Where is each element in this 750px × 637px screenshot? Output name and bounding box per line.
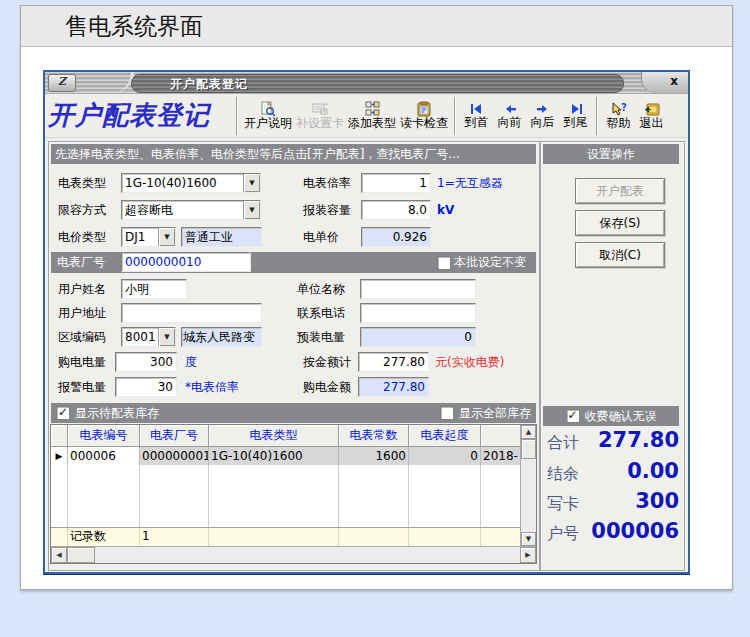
- horizontal-scrollbar[interactable]: ◀ ▶: [51, 546, 536, 563]
- unit-price-field: [361, 227, 431, 247]
- setup-card-icon: * +: [311, 101, 329, 117]
- read-card-icon: [415, 101, 433, 117]
- chevron-down-icon[interactable]: ▼: [243, 174, 260, 192]
- region-desc: [181, 327, 262, 347]
- balance-row: 结余 0.00: [545, 459, 681, 487]
- by-amount-input[interactable]: [358, 352, 429, 372]
- svg-text:*: *: [323, 108, 326, 115]
- help-button[interactable]: ? 帮助: [602, 95, 635, 137]
- hint-bar: 先选择电表类型、电表倍率、电价类型等后点击[开户配表]，查找电表厂号...: [51, 144, 536, 164]
- col-header: 电表起度: [409, 425, 481, 447]
- show-pending-checkbox[interactable]: [56, 406, 70, 420]
- buy-kwh-label: 购电电量: [58, 352, 106, 372]
- go-previous-button[interactable]: 向前: [493, 95, 526, 137]
- show-all-checkbox[interactable]: [440, 406, 454, 420]
- account-help-button[interactable]: 开户说明: [242, 95, 294, 137]
- keep-batch-label: 本批设定不变: [454, 254, 526, 271]
- window-logo-icon: Z: [48, 74, 76, 92]
- toolbar-separator: [596, 97, 598, 135]
- alarm-kwh-note: *电表倍率: [185, 377, 239, 397]
- price-type-select[interactable]: DJ1 ▼: [121, 227, 176, 247]
- meter-type-label: 电表类型: [58, 173, 106, 193]
- scroll-up-icon[interactable]: ▲: [521, 425, 536, 439]
- chevron-down-icon[interactable]: ▼: [158, 328, 175, 346]
- prev-icon: [501, 102, 519, 116]
- doc-search-icon: [259, 101, 277, 117]
- phone-input[interactable]: [360, 303, 476, 323]
- buy-kwh-unit: 度: [185, 352, 197, 372]
- row-indicator-icon: ▶: [51, 447, 68, 465]
- scroll-down-icon[interactable]: ▼: [521, 532, 536, 546]
- exit-button[interactable]: 退出: [635, 95, 668, 137]
- capacity-unit: kV: [437, 200, 454, 220]
- svg-text:?: ?: [621, 102, 627, 113]
- col-header: 电表常数: [339, 425, 409, 447]
- grid-footer-row: 记录数 1: [51, 527, 520, 546]
- exit-icon: [643, 102, 661, 117]
- save-button[interactable]: 保存(S): [575, 210, 665, 236]
- scroll-right-icon[interactable]: ▶: [520, 547, 536, 563]
- ratio-input[interactable]: [361, 173, 431, 193]
- address-input[interactable]: [121, 303, 262, 323]
- col-header: 电表编号: [68, 425, 140, 447]
- chevron-down-icon[interactable]: ▼: [243, 201, 260, 219]
- phone-label: 联系电话: [297, 303, 345, 323]
- meter-type-select[interactable]: 1G-10(40)1600 ▼: [121, 173, 261, 193]
- limit-mode-select[interactable]: 超容断电 ▼: [121, 200, 261, 220]
- alarm-kwh-label: 报警电量: [58, 377, 106, 397]
- limit-mode-label: 限容方式: [58, 200, 106, 220]
- buy-amount-field: [358, 377, 429, 397]
- by-amount-note: 元(实收电费): [435, 352, 504, 372]
- org-name-input[interactable]: [360, 279, 476, 299]
- capacity-input[interactable]: [361, 200, 431, 220]
- confirm-checkbox[interactable]: [566, 409, 580, 423]
- keep-batch-checkbox[interactable]: [437, 256, 451, 270]
- dialog-window: Z 开户配表登记 x 开户配表登记: [43, 70, 690, 574]
- chevron-down-icon[interactable]: ▼: [158, 228, 175, 246]
- add-meter-type-button[interactable]: 添加表型: [346, 95, 398, 137]
- buy-kwh-input[interactable]: [115, 352, 177, 372]
- app-header: 售电系统界面: [21, 6, 732, 47]
- close-button[interactable]: x: [665, 74, 683, 90]
- go-first-button[interactable]: 到首: [460, 95, 493, 137]
- horizontal-scroll-thumb[interactable]: [67, 547, 95, 563]
- svg-text:+: +: [324, 101, 329, 107]
- ratio-label: 电表倍率: [303, 173, 351, 193]
- add-meter-icon: [363, 101, 381, 117]
- by-amount-label: 按金额计: [303, 352, 351, 372]
- go-last-button[interactable]: 到尾: [559, 95, 592, 137]
- user-name-label: 用户姓名: [58, 279, 106, 299]
- record-count-label: 记录数: [68, 528, 140, 546]
- toolbar: 开户配表登记 开户说明: [45, 94, 688, 138]
- preload-field: [360, 327, 476, 347]
- alarm-kwh-input[interactable]: [115, 377, 177, 397]
- grid-data-row[interactable]: ▶ 000006 0000000010 1G-10(40)1600 1600 0…: [51, 447, 520, 465]
- page-title: 售电系统界面: [65, 13, 203, 39]
- dialog-titlebar[interactable]: Z 开户配表登记 x: [45, 72, 688, 95]
- scroll-left-icon[interactable]: ◀: [51, 547, 67, 563]
- toolbar-separator: [236, 97, 238, 135]
- inventory-grid: 电表编号 电表厂号 电表类型 电表常数 电表起度 ▶ 000006 000000…: [50, 424, 537, 564]
- vertical-scrollbar[interactable]: ▲ ▼: [520, 425, 536, 546]
- total-row: 合计 277.80: [545, 428, 681, 456]
- panel-title: 设置操作: [543, 144, 679, 164]
- write-card-row: 写卡 300: [545, 489, 681, 517]
- user-name-input[interactable]: [121, 279, 187, 299]
- go-next-button[interactable]: 向后: [526, 95, 559, 137]
- price-type-label: 电价类型: [58, 227, 106, 247]
- confirm-bar: 收费确认无误: [543, 406, 679, 426]
- col-header: 电表厂号: [140, 425, 209, 447]
- account-no-row: 户号 000006: [545, 519, 681, 547]
- stage: 售电系统界面 Z 开户配表登记 x 开户配表登记: [0, 0, 750, 637]
- vertical-scroll-thumb[interactable]: [521, 439, 536, 459]
- cancel-button[interactable]: 取消(C): [575, 242, 665, 268]
- confirm-label: 收费确认无误: [585, 408, 657, 425]
- unit-price-label: 电单价: [303, 227, 339, 247]
- price-type-desc: [181, 227, 262, 247]
- show-pending-label: 显示待配表库存: [75, 405, 159, 422]
- show-all-label: 显示全部库存: [459, 405, 531, 422]
- read-card-check-button[interactable]: 读卡检查: [398, 95, 450, 137]
- region-select[interactable]: 8001 ▼: [121, 327, 176, 347]
- factory-no-input[interactable]: [121, 252, 251, 272]
- grid-filter-bar: 显示待配表库存 显示全部库存: [51, 403, 536, 423]
